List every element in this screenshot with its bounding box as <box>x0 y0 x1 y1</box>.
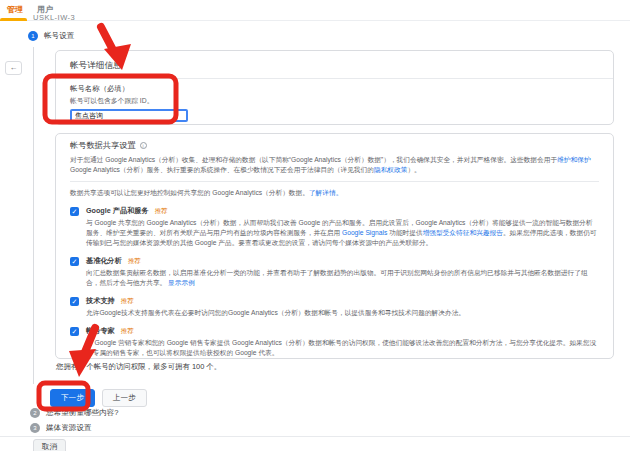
account-name-label: 帐号名称（必填） <box>70 84 599 94</box>
account-name-input[interactable] <box>70 109 188 122</box>
collapse-arrow-icon: ← <box>10 63 18 72</box>
checkbox-label: 技术支持 <box>86 296 115 305</box>
checkbox-label: Google 产品和服务 <box>86 206 149 215</box>
inline-link[interactable]: 隐私权政策 <box>374 166 407 173</box>
info-icon[interactable]: i <box>140 142 147 149</box>
checkbox-description: 与 Google 共享您的 Google Analytics（分析）数据，从而帮… <box>86 218 599 248</box>
checkbox-row-benchmarking: 基准化分析 推荐 向汇总数据集贡献匿名数据，以启用基准化分析一类的功能，并查看有… <box>70 256 599 288</box>
step-3-circle: 3 <box>30 423 40 433</box>
inline-link[interactable]: 维护和保护 <box>557 156 590 163</box>
cancel-button[interactable]: 取消 <box>33 439 66 451</box>
recommended-badge: 推荐 <box>155 207 168 214</box>
account-access-note: 您拥有 4 个帐号的访问权限，最多可拥有 100 个。 <box>56 362 221 372</box>
section-divider <box>70 181 599 182</box>
ga-admin-create-account-page: 管理 用户 USKL-IW-3 ← 1 帐号设置 帐号详细信息 帐号名称（必填）… <box>0 0 630 451</box>
tab-admin[interactable]: 管理 <box>7 4 23 15</box>
recommended-badge: 推荐 <box>121 297 134 304</box>
step-2-what-to-measure: 2 您希望衡量哪些内容? <box>30 408 119 418</box>
checkbox-tech-support[interactable] <box>70 297 79 306</box>
account-details-title: 帐号详细信息 <box>56 51 613 78</box>
step-1-circle: 1 <box>28 31 38 41</box>
next-button[interactable]: 下一步 <box>50 389 95 407</box>
wizard-button-row: 下一步 上一步 <box>50 389 147 407</box>
checkbox-description: 向 Google 营销专家和您的 Google 销售专家提供 Google An… <box>86 338 599 358</box>
step-1-account-setup: 1 帐号设置 <box>28 31 74 41</box>
stepper-connector-line <box>33 47 34 384</box>
data-sharing-intro: 对于您通过 Google Analytics（分析）收集、处理和存储的数据（以下… <box>70 155 599 175</box>
step-3-label: 媒体资源设置 <box>46 423 92 433</box>
checkbox-products-services[interactable] <box>70 207 79 216</box>
checkbox-description: 向汇总数据集贡献匿名数据，以启用基准化分析一类的功能，并查看有助于了解数据趋势的… <box>86 268 599 288</box>
account-name-block: 帐号名称（必填） 帐号可以包含多个跟踪 ID。 <box>56 79 613 127</box>
checkbox-row-tech-support: 技术支持 推荐 允许Google技术支持服务代表在必要时访问您的Google A… <box>70 296 599 318</box>
checkbox-label: 基准化分析 <box>86 256 122 265</box>
checkbox-account-specialists[interactable] <box>70 327 79 336</box>
step-2-label: 您希望衡量哪些内容? <box>46 408 119 418</box>
inline-link[interactable]: 了解详情。 <box>309 189 342 196</box>
data-sharing-control-text: 数据共享选项可以让您更好地控制如何共享您的 Google Analytics（分… <box>70 188 599 198</box>
checkbox-description: 允许Google技术支持服务代表在必要时访问您的Google Analytics… <box>86 308 599 318</box>
data-sharing-card: 帐号数据共享设置 i 对于您通过 Google Analytics（分析）收集、… <box>55 133 614 359</box>
checkbox-benchmarking[interactable] <box>70 257 79 266</box>
collapse-panel-button[interactable]: ← <box>5 61 22 75</box>
active-tab-underline <box>0 18 27 21</box>
data-sharing-title: 帐号数据共享设置 <box>70 140 136 151</box>
checkbox-row-products-services: Google 产品和服务 推荐 与 Google 共享您的 Google Ana… <box>70 206 599 248</box>
step-3-property-setup: 3 媒体资源设置 <box>30 423 92 433</box>
header-code: USKL-IW-3 <box>33 13 75 22</box>
account-name-hint: 帐号可以包含多个跟踪 ID。 <box>70 96 599 106</box>
bottom-divider <box>0 436 630 437</box>
account-details-card: 帐号详细信息 帐号名称（必填） 帐号可以包含多个跟踪 ID。 <box>55 50 614 125</box>
previous-button[interactable]: 上一步 <box>102 389 147 407</box>
inline-link[interactable]: 增强型受众特征和兴趣报告 <box>423 229 503 236</box>
inline-link[interactable]: Google Signals <box>342 229 387 236</box>
inline-link[interactable]: 显示示例 <box>168 279 195 286</box>
checkbox-label: 帐号专家 <box>86 326 115 335</box>
checkbox-row-account-specialists: 帐号专家 推荐 向 Google 营销专家和您的 Google 销售专家提供 G… <box>70 326 599 358</box>
recommended-badge: 推荐 <box>128 257 141 264</box>
recommended-badge: 推荐 <box>121 327 134 334</box>
step-2-circle: 2 <box>30 408 40 418</box>
top-tab-bar: 管理 用户 <box>0 0 630 21</box>
step-1-label: 帐号设置 <box>44 31 74 41</box>
